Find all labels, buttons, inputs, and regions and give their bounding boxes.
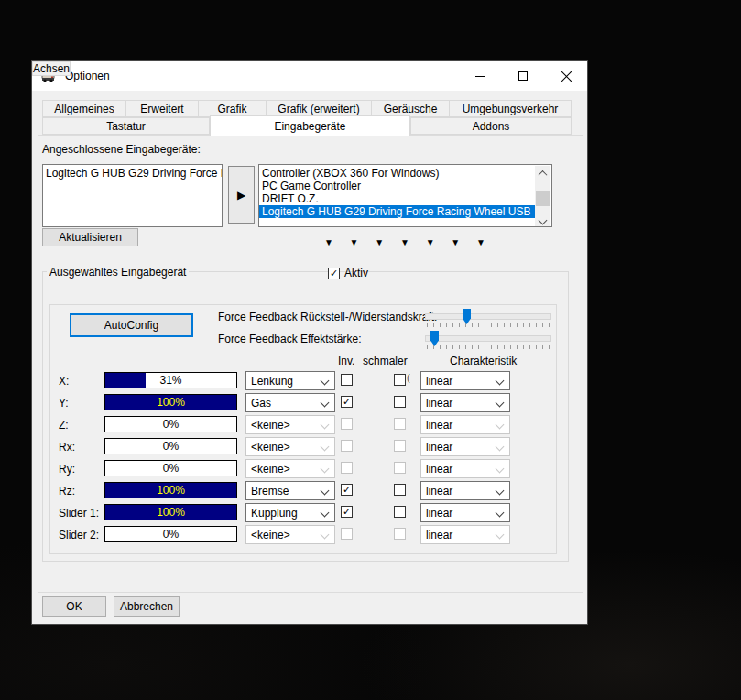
device-list-item[interactable]: Controller (XBOX 360 For Windows) — [259, 167, 535, 180]
tab-achsen[interactable]: Achsen — [32, 61, 71, 76]
axis-value-text: 0% — [105, 461, 236, 476]
tab-allgemeines[interactable]: Allgemeines — [42, 100, 126, 117]
narrower-checkbox[interactable] — [394, 484, 406, 496]
narrower-checkbox — [394, 462, 406, 474]
assignment-select[interactable]: Gas — [245, 393, 335, 412]
axis-value-bar: 100% — [104, 504, 237, 520]
assignment-select[interactable]: <keine> — [245, 525, 335, 544]
axis-row-rx: Rx: 0% <keine> linear — [32, 437, 589, 459]
autoconfig-button[interactable]: AutoConfig — [70, 313, 193, 337]
ff-effect-label: Force Feedback Effektstärke: — [218, 333, 362, 345]
narrower-checkbox[interactable] — [394, 506, 406, 518]
axis-value-bar: 31% — [104, 372, 237, 388]
axis-value-bar: 0% — [104, 460, 237, 476]
invert-checkbox[interactable] — [341, 374, 353, 386]
axis-label: Ry: — [59, 463, 75, 476]
scroll-up-button[interactable] — [535, 166, 550, 180]
narrower-checkbox — [394, 528, 406, 540]
invert-checkbox[interactable]: ✓ — [341, 396, 353, 408]
axis-value-text: 0% — [105, 527, 236, 541]
axis-value-text: 0% — [105, 439, 236, 454]
axis-value-text: 100% — [105, 483, 236, 498]
invert-checkbox[interactable]: ✓ — [341, 506, 353, 518]
chevron-down-icon — [321, 443, 330, 452]
close-icon — [561, 71, 572, 82]
axis-label: Rx: — [59, 441, 75, 454]
available-devices-list[interactable]: Controller (XBOX 360 For Windows)PC Game… — [258, 164, 552, 227]
device-list-item[interactable]: PC Game Controller — [259, 180, 535, 192]
cancel-button[interactable]: Abbrechen — [114, 596, 180, 617]
axis-row-y: Y: 100% Gas ✓ linear — [32, 393, 589, 415]
axis-row-slider-2: Slider 2: 0% <keine> linear — [32, 525, 589, 547]
down-triangle-icon: ▼ — [316, 237, 342, 247]
assignment-select[interactable]: <keine> — [245, 437, 335, 456]
close-button[interactable] — [545, 61, 587, 91]
tab-eingabegeräte[interactable]: Eingabegeräte — [210, 115, 410, 136]
scrollbar-thumb[interactable] — [536, 191, 550, 206]
invert-checkbox — [341, 528, 353, 540]
characteristic-select[interactable]: linear — [420, 415, 510, 434]
chevron-down-icon — [321, 465, 330, 474]
chevron-down-icon — [321, 377, 330, 386]
tab-addons[interactable]: Addons — [410, 117, 572, 135]
characteristic-select[interactable]: linear — [420, 393, 510, 412]
chevron-down-icon — [496, 443, 505, 452]
active-checkbox-row[interactable]: ✓ Aktiv — [328, 267, 368, 279]
ff-effect-slider[interactable] — [425, 331, 551, 351]
axis-label: Y: — [59, 397, 69, 410]
chevron-down-icon — [321, 399, 330, 408]
ff-resist-slider[interactable] — [425, 309, 551, 329]
titlebar[interactable]: Optionen — [32, 61, 587, 91]
assignment-select[interactable]: <keine> — [245, 415, 335, 434]
minimize-button[interactable] — [459, 61, 501, 91]
tab-umgebungsverkehr[interactable]: Umgebungsverkehr — [449, 100, 572, 117]
slider-track — [425, 335, 551, 342]
connected-devices-list[interactable]: Logitech G HUB G29 Driving Force Racing … — [42, 164, 223, 227]
scroll-down-button[interactable] — [535, 213, 550, 227]
assignment-select[interactable]: <keine> — [245, 459, 335, 478]
axis-value-bar: 100% — [104, 394, 237, 410]
invert-checkbox — [341, 440, 353, 452]
ff-resist-label: Force Feedback Rückstell-/Widerstandskra… — [218, 311, 437, 323]
slider-thumb[interactable] — [430, 331, 439, 346]
active-checkbox-label: Aktiv — [344, 267, 368, 279]
window-title: Optionen — [65, 70, 110, 82]
chevron-down-icon — [321, 509, 330, 518]
assignment-select[interactable]: Bremse — [245, 481, 335, 500]
invert-checkbox[interactable]: ✓ — [341, 484, 353, 496]
characteristic-select[interactable]: linear — [420, 525, 510, 544]
scrollbar[interactable] — [535, 166, 550, 227]
ok-button[interactable]: OK — [42, 596, 106, 617]
assignment-select[interactable]: Lenkung — [245, 371, 335, 390]
characteristic-select[interactable]: linear — [420, 371, 510, 390]
characteristic-select[interactable]: linear — [420, 503, 510, 522]
axis-value-text: 100% — [105, 505, 236, 520]
characteristic-select[interactable]: linear — [420, 459, 510, 478]
tab-erweitert[interactable]: Erweitert — [125, 100, 199, 117]
chevron-down-icon — [496, 487, 505, 496]
slider-thumb[interactable] — [463, 309, 471, 324]
refresh-button[interactable]: Aktualisieren — [42, 228, 138, 246]
axis-value-bar: 0% — [104, 416, 237, 432]
axis-value-text: 100% — [105, 395, 236, 410]
narrower-column-header: schmaler — [363, 355, 408, 367]
characteristic-select[interactable]: linear — [420, 437, 510, 456]
narrower-checkbox[interactable] — [394, 396, 406, 408]
device-list-item[interactable]: DRIFT O.Z. — [259, 192, 535, 205]
axis-value-bar: 0% — [104, 438, 237, 454]
device-list-item[interactable]: Logitech G HUB G29 Driving Force Racing … — [259, 205, 535, 218]
transfer-device-button[interactable]: ▶ — [228, 166, 255, 224]
axis-value-bar: 0% — [104, 526, 237, 542]
tab-tastatur[interactable]: Tastatur — [42, 117, 210, 135]
narrower-checkbox[interactable] — [394, 374, 406, 386]
active-checkbox[interactable]: ✓ — [328, 268, 340, 279]
device-list-item[interactable]: Logitech G HUB G29 Driving Force Racing … — [43, 167, 222, 180]
options-dialog: Optionen AllgemeinesErweitertGrafikGrafi… — [31, 60, 588, 625]
characteristic-select[interactable]: linear — [420, 481, 510, 500]
assignment-select[interactable]: Kupplung — [245, 503, 335, 522]
axis-value-bar: 100% — [104, 482, 237, 498]
down-triangle-icon: ▼ — [442, 237, 468, 247]
axis-activity-markers: ▼▼▼▼▼▼▼ — [316, 237, 494, 247]
maximize-button[interactable] — [502, 61, 544, 91]
chevron-down-icon — [496, 421, 505, 430]
